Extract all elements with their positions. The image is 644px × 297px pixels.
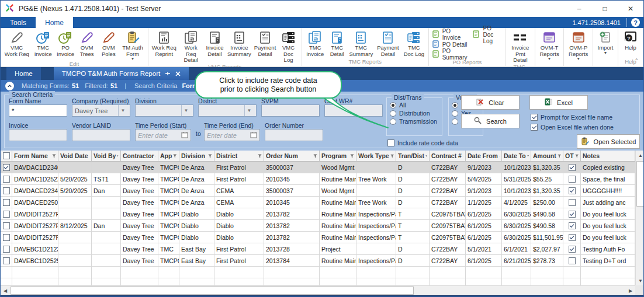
open-selected-button[interactable]: Open Selected — [577, 134, 640, 149]
ribbon-collapse-icon[interactable]: ⌃ — [634, 58, 639, 64]
checkbox-icon[interactable] — [387, 139, 394, 146]
row-checkbox[interactable] — [1, 255, 12, 266]
table-row[interactable]: DAVDIDIT2527F03Davey TreeTMCPODiabloDiab… — [1, 232, 635, 243]
cell-ot[interactable] — [563, 208, 581, 219]
chevron-down-icon[interactable]: ▼ — [244, 105, 254, 116]
checkbox-icon[interactable] — [531, 114, 538, 121]
horizontal-scroll-thumb[interactable] — [11, 286, 414, 295]
ribbon-button-vmc-doc-log[interactable]: VMC Doc Log — [277, 29, 299, 64]
select-all-checkbox[interactable] — [1, 151, 12, 161]
horizontal-scrollbar[interactable]: ◀ ▶ — [1, 285, 635, 295]
scroll-right-icon[interactable]: ▶ — [626, 286, 635, 295]
chevron-down-icon[interactable]: ▼ — [181, 105, 191, 116]
ribbon-button-work-req-reprint[interactable]: Work Req Reprint — [150, 29, 178, 57]
radio-icon[interactable] — [452, 102, 458, 109]
scroll-left-icon[interactable]: ◀ — [1, 286, 10, 295]
time-period-end--field[interactable]: Enter date — [204, 129, 260, 141]
row-checkbox[interactable] — [1, 162, 12, 173]
include-rate-code-checkbox[interactable]: Include rate code data — [387, 139, 458, 146]
chevron-down-icon[interactable]: ▼ — [118, 105, 127, 116]
row-checkbox[interactable] — [1, 243, 12, 254]
checkbox-icon[interactable] — [531, 124, 538, 131]
table-row[interactable]: DAVEBC1D2525F01Davey TreeTMCPOEast BayFi… — [1, 255, 635, 267]
prompt-excel-checkbox[interactable]: Prompt for Excel file name — [531, 114, 612, 121]
row-checkbox[interactable] — [1, 185, 12, 196]
radio-icon[interactable] — [452, 110, 458, 117]
vertical-scroll-thumb[interactable] — [636, 161, 644, 207]
cell-ot[interactable] — [563, 185, 581, 196]
column-header-work_type[interactable]: Work Type — [356, 151, 396, 161]
ribbon-button-payment-detail[interactable]: Payment Detail — [375, 29, 401, 57]
column-header-date_to[interactable]: Date To — [502, 151, 531, 161]
table-row[interactable]: DAVEBC1D2123F01Davey TreeTMCEast BayFirs… — [1, 243, 635, 255]
maximize-button[interactable]: □ — [592, 1, 618, 17]
column-header-date_from[interactable]: Date From — [466, 151, 502, 161]
cell-ot[interactable] — [563, 243, 581, 254]
close-button[interactable]: ✕ — [618, 1, 643, 17]
ribbon-button-tmc-detail[interactable]: TMC Detail — [327, 29, 348, 57]
ribbon-tab-tools[interactable]: Tools — [1, 17, 36, 28]
tab-tmcpo-report[interactable]: TMCPO T&M Auth Forms Report — [54, 67, 189, 80]
column-header-tran_dist[interactable]: Tran/Dist — [396, 151, 430, 161]
close-tab-icon[interactable] — [175, 71, 181, 76]
column-header-amount[interactable]: Amount — [531, 151, 563, 161]
column-header-contract[interactable]: Contract # — [430, 151, 466, 161]
scroll-up-icon[interactable]: ▲ — [636, 151, 644, 160]
ribbon-button-tmc-invoice[interactable]: TMC Invoice — [304, 29, 327, 57]
scroll-down-icon[interactable]: ▼ — [636, 276, 644, 285]
table-row[interactable]: DAVDAC1D2522F015/20/2025TST1Davey TreeTM… — [1, 173, 635, 185]
cell-ot[interactable] — [563, 162, 581, 173]
ribbon-tab-home[interactable]: Home — [36, 17, 73, 28]
column-header-program[interactable]: Program — [320, 151, 356, 161]
column-header-void_date[interactable]: Void Date — [58, 151, 92, 161]
cell-ot[interactable] — [563, 173, 581, 184]
column-header-contractor[interactable]: Contractor — [121, 151, 158, 161]
time-period-start--field[interactable]: Enter date — [135, 129, 191, 141]
column-header-order_num[interactable]: Order Num — [264, 151, 320, 161]
tab-home[interactable]: Home — [6, 67, 41, 80]
ribbon-button-tm-auth-form[interactable]: TM Auth Form▼ — [119, 29, 146, 61]
table-row[interactable]: DAVDACED2340F015/20/2025DanDavey TreeTMC… — [1, 185, 635, 197]
form-name-field[interactable]: * — [9, 104, 67, 117]
ribbon-button-po-invoice[interactable]: PO Invoice — [55, 29, 76, 57]
ribbon-button-ovm-poles[interactable]: OVM Poles — [98, 29, 119, 57]
division-field[interactable]: ▼ — [135, 104, 193, 117]
open-excel-checkbox[interactable]: Open Excel file when done — [531, 124, 614, 131]
ribbon-button-ovm-trees[interactable]: OVM Trees — [76, 29, 98, 57]
table-row[interactable]: DAVDIDIT2527F028/12/2025DanDavey TreeTMC… — [1, 220, 635, 232]
column-header-void_by[interactable]: Void By — [92, 151, 121, 161]
collapse-panel-icon[interactable] — [5, 82, 14, 90]
column-header-district[interactable]: District — [214, 151, 264, 161]
ribbon-button-ovm-t-reports[interactable]: OVM-T Reports▼ — [537, 29, 562, 61]
search-button[interactable]: Search — [461, 114, 520, 128]
ribbon-button-po-doc-log[interactable]: PO Doc Log — [471, 30, 504, 39]
ribbon-button-tmc-doc-log[interactable]: TMC Doc Log — [401, 29, 427, 57]
table-row[interactable]: DAVDIDIT2527F01Davey TreeTMCPODiabloDiab… — [1, 208, 635, 220]
row-checkbox[interactable] — [1, 232, 12, 243]
table-row[interactable]: DAVDAC1D2340F01Davey TreeTMCPODe AnzaFir… — [1, 162, 635, 173]
vertical-scrollbar[interactable]: ▲ ▼ — [635, 151, 644, 285]
cell-ot[interactable] — [563, 255, 581, 266]
help-icon[interactable]: ? — [631, 18, 640, 27]
pin-icon[interactable] — [165, 71, 171, 76]
ribbon-button-invoice-detail[interactable]: Invoice Detail — [204, 29, 226, 57]
ribbon-button-invoice-pmt-detail[interactable]: Invoice Pmt Detail — [508, 29, 533, 64]
minimize-button[interactable]: – — [566, 1, 592, 17]
ribbon-button-tmc-invoice[interactable]: TMC Invoice — [31, 29, 55, 57]
calendar-icon[interactable] — [181, 131, 188, 139]
clear-button[interactable]: Clear — [461, 95, 520, 110]
column-header-ot[interactable]: OT — [563, 151, 581, 161]
column-header-app[interactable]: App — [158, 151, 179, 161]
ribbon-button-po-summary[interactable]: PO Summary — [431, 50, 469, 59]
calendar-icon[interactable] — [250, 131, 257, 139]
excel-button[interactable]: Excel — [529, 95, 588, 110]
invoice-field[interactable] — [9, 129, 67, 141]
row-checkbox[interactable] — [1, 208, 12, 219]
company-required--field[interactable]: Davey Tree▼ — [72, 104, 130, 117]
column-header-notes[interactable]: Notes — [581, 151, 635, 161]
cell-ot[interactable] — [563, 232, 581, 243]
ribbon-button-invoice-summary[interactable]: Invoice Summary — [226, 29, 253, 57]
ribbon-button-vmc-work-req[interactable]: VMC Work Req — [2, 29, 31, 57]
district-field[interactable]: ▼ — [198, 104, 257, 117]
column-header-form_name[interactable]: Form Name — [12, 151, 58, 161]
